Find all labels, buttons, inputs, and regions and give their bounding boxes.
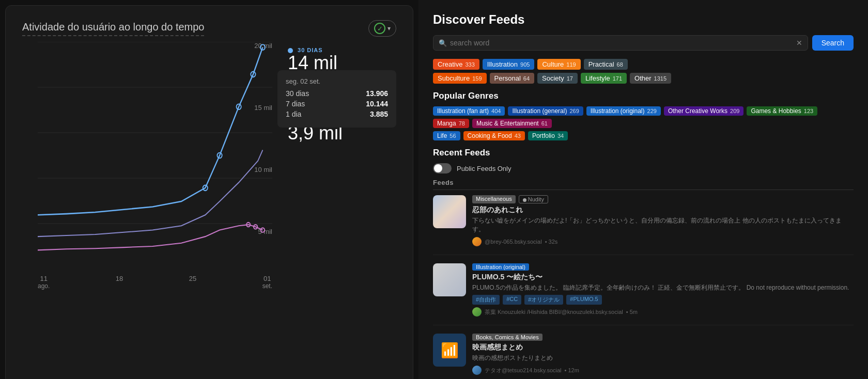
category-tag-society[interactable]: Society17 (537, 73, 578, 84)
search-input[interactable] (450, 39, 793, 47)
search-input-wrap[interactable]: 🔍 ✕ (433, 35, 808, 51)
feed-desc: PLUMO.5の作品を集めました。 臨終記席予定。全年齢向けのみ！ 正経、金で無… (472, 283, 854, 292)
genre-tag[interactable]: Illustration (original)229 (586, 106, 661, 116)
feed-thumbnail (433, 195, 466, 228)
category-tags-row-2: Subculture159Personal64Society17Lifestyl… (433, 73, 854, 84)
feed-time: • 32s (545, 239, 558, 245)
genre-tag[interactable]: Cooking & Food43 (463, 131, 525, 140)
search-icon: 🔍 (439, 39, 447, 47)
x-label: 18 (116, 275, 123, 282)
genre-tag[interactable]: Life56 (433, 131, 460, 140)
x-label: 01 (264, 275, 271, 282)
category-tag-other[interactable]: Other1315 (630, 73, 671, 84)
category-tag-culture[interactable]: Culture119 (537, 59, 580, 70)
chart-svg (38, 42, 272, 269)
feed-handle: テタオ@tetsuo214.bsky.social (485, 367, 562, 374)
feed-handle: 茶葉 Knouzuleki /Hishida BIBI/@knouzuleki.… (485, 308, 623, 316)
genre-tags: Illustration (fan art)404Illustration (g… (433, 106, 854, 128)
svg-point-12 (261, 228, 265, 232)
x-sublabel: set. (262, 282, 272, 290)
x-axis-labels: 11 ago. 18 25 01 set. (38, 275, 272, 290)
chart-header: Atividade do usuário ao longo do tempo ✓… (22, 20, 396, 37)
feed-item[interactable]: Illustration (original) PLUMO.5 〜絵たち〜 PL… (433, 263, 854, 326)
feed-category-badge: Books, Comics & Movies (472, 334, 542, 341)
feed-item[interactable]: Miscellaneous Nudity 忍部のあれこれ 下らない嘘をがメインの… (433, 195, 854, 255)
tooltip-date: seg. 02 set. (286, 77, 388, 85)
toggle-row: Public Feeds Only (433, 163, 854, 173)
hashtag[interactable]: #オリジナル (524, 295, 563, 305)
x-label: 25 (189, 275, 196, 282)
feed-meta: 茶葉 Knouzuleki /Hishida BIBI/@knouzuleki.… (472, 307, 854, 317)
feed-desc: 下らない嘘をがメインの場めだよ!「お」どっちかというと、自分用の備忘録、前の流れ… (472, 216, 854, 234)
hashtag[interactable]: #PLUMO.5 (566, 295, 601, 305)
feed-thumbnail: 📶 (433, 334, 466, 367)
chevron-down-icon[interactable]: ▾ (388, 25, 391, 32)
feed-meta: テタオ@tetsuo214.bsky.social • 12m (472, 366, 854, 375)
feed-category-badge: Miscellaneous (472, 195, 516, 203)
feed-avatar (472, 366, 482, 375)
chart-area: 20 mil 15 mil 10 mil 5 mil (22, 42, 396, 290)
toggle-label: Public Feeds Only (457, 165, 512, 172)
genre-tag[interactable]: Games & Hobbies123 (747, 106, 817, 116)
popular-genres-title: Popular Genres (433, 91, 854, 101)
feed-desc: 映画の感想ポストたりまとめ (472, 354, 854, 362)
x-sublabel: ago. (38, 282, 50, 290)
genre-tag[interactable]: Illustration (fan art)404 (433, 106, 505, 116)
clear-icon[interactable]: ✕ (796, 39, 802, 47)
feed-avatar (472, 307, 482, 317)
search-row: 🔍 ✕ Search (433, 35, 854, 51)
discover-feeds-panel: Discover Feeds 🔍 ✕ Search Creative333Ill… (419, 0, 868, 379)
nudity-dot (523, 198, 526, 202)
category-tag-subculture[interactable]: Subculture159 (433, 73, 487, 84)
feed-name[interactable]: PLUMO.5 〜絵たち〜 (472, 273, 854, 282)
feeds-list: Miscellaneous Nudity 忍部のあれこれ 下らない嘘をがメインの… (433, 195, 854, 379)
category-tag-illustration[interactable]: Illustration905 (483, 59, 535, 70)
feed-time: • 12m (565, 367, 579, 373)
feed-item[interactable]: 📶 Books, Comics & Movies 映画感想まとめ 映画の感想ポス… (433, 334, 854, 379)
feed-avatar (472, 237, 482, 246)
chart-controls[interactable]: ✓ ▾ (368, 20, 396, 37)
genre-tag[interactable]: Manga78 (433, 119, 469, 128)
activity-chart-panel: Atividade do usuário ao longo do tempo ✓… (5, 5, 413, 379)
feed-handle: @brey-065.bsky.social (485, 239, 542, 245)
x-label: 11 (40, 275, 47, 282)
discover-title: Discover Feeds (433, 12, 854, 27)
category-tag-creative[interactable]: Creative333 (433, 59, 479, 70)
search-button[interactable]: Search (812, 35, 854, 51)
feed-badge-row: Miscellaneous Nudity (472, 195, 854, 203)
tooltip-row-1d: 1 dia 3.885 (286, 110, 388, 118)
category-tag-practical[interactable]: Practical68 (584, 59, 628, 70)
feed-category-badge: Illustration (original) (472, 263, 529, 271)
legend-30d: 30 DIAS 14 mil (288, 47, 396, 74)
tooltip-row-7d: 7 dias 10.144 (286, 100, 388, 108)
feed-content: Illustration (original) PLUMO.5 〜絵たち〜 PL… (472, 263, 854, 317)
genre-tag[interactable]: Portfolio34 (528, 131, 568, 140)
category-tag-lifestyle[interactable]: Lifestyle171 (581, 73, 627, 84)
feed-hashtags: #自由作#CC#オリジナル#PLUMO.5 (472, 295, 854, 305)
tooltip-row-30d: 30 dias 13.906 (286, 89, 388, 98)
feed-content: Miscellaneous Nudity 忍部のあれこれ 下らない嘘をがメインの… (472, 195, 854, 246)
nudity-badge: Nudity (519, 195, 548, 203)
feed-name[interactable]: 映画感想まとめ (472, 343, 854, 352)
feed-name[interactable]: 忍部のあれこれ (472, 206, 854, 215)
feed-badge-row: Books, Comics & Movies (472, 334, 854, 341)
feed-thumbnail (433, 263, 466, 296)
public-feeds-toggle[interactable] (433, 163, 452, 173)
tooltip-box: seg. 02 set. 30 dias 13.906 7 dias 10.14… (277, 70, 396, 128)
chart-legend: 30 DIAS 14 mil 7 DIAS 10 mil 1 DIA 3,9 m… (277, 42, 396, 153)
feed-content: Books, Comics & Movies 映画感想まとめ 映画の感想ポストた… (472, 334, 854, 375)
feeds-label: Feeds (433, 179, 854, 190)
hashtag[interactable]: #自由作 (472, 295, 500, 305)
feed-badge-row: Illustration (original) (472, 263, 854, 271)
rss-icon: 📶 (441, 342, 459, 359)
category-tags-row: Creative333Illustration905Culture119Prac… (433, 59, 854, 70)
hashtag[interactable]: #CC (503, 295, 521, 305)
category-tag-personal[interactable]: Personal64 (490, 73, 535, 84)
genre-tags-row2: Life56Cooking & Food43Portfolio34 (433, 131, 854, 140)
feed-meta: @brey-065.bsky.social • 32s (472, 237, 854, 246)
genre-tag[interactable]: Illustration (general)269 (508, 106, 583, 116)
feed-time: • 5m (626, 309, 638, 315)
genre-tag[interactable]: Music & Entertainment61 (472, 119, 552, 128)
check-icon: ✓ (374, 23, 385, 34)
genre-tag[interactable]: Other Creative Works209 (664, 106, 744, 116)
